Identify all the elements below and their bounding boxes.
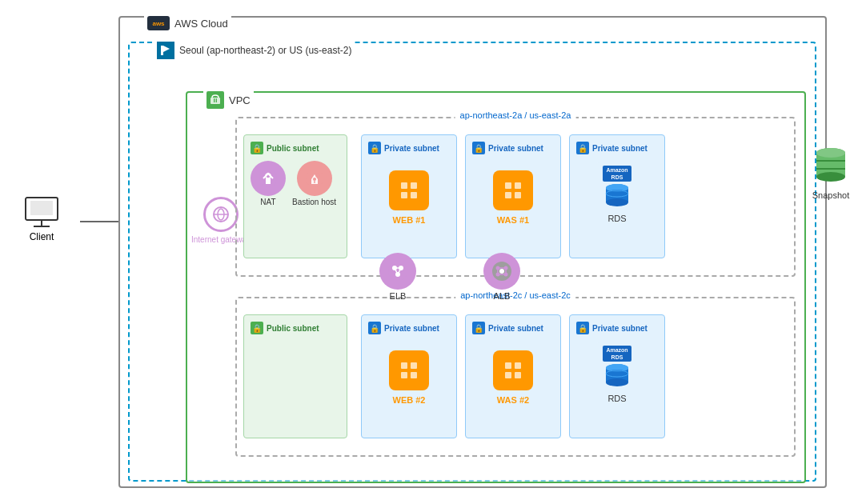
svg-rect-45: [502, 179, 524, 202]
top-private3-lock-icon: 🔒: [576, 142, 589, 154]
svg-rect-33: [266, 178, 271, 184]
rds-bottom-box: AmazonRDS: [596, 342, 637, 390]
bottom-private1-lock-icon: 🔒: [368, 322, 381, 334]
top-private-subnet-1-header: 🔒 Private subnet: [368, 142, 450, 154]
svg-rect-47: [515, 182, 521, 189]
bottom-public-subnet-header: 🔒 Public subnet: [251, 322, 340, 334]
svg-rect-80: [515, 362, 521, 369]
web1-component: WEB #1: [368, 170, 450, 225]
was2-label: WAS #2: [497, 395, 529, 405]
aws-cloud-text: AWS Cloud: [174, 18, 228, 30]
svg-rect-46: [505, 182, 511, 189]
aws-logo: aws: [147, 16, 170, 30]
rds-bottom-icon: [603, 363, 631, 387]
svg-rect-76: [401, 372, 407, 378]
top-private2-title: Private subnet: [488, 144, 543, 153]
svg-rect-1: [30, 201, 53, 215]
client-component: Client: [24, 196, 59, 242]
web2-icon: [389, 350, 429, 390]
svg-rect-25: [161, 46, 163, 55]
svg-rect-41: [401, 182, 407, 189]
bastion-label: Bastion host: [292, 198, 336, 206]
top-private1-lock-icon: 🔒: [368, 142, 381, 154]
client-icon: [24, 196, 59, 228]
aws-cloud-box: aws AWS Cloud Seoul (ap-northeast-2) or …: [118, 16, 827, 488]
bottom-private-subnet-2: 🔒 Private subnet: [465, 314, 561, 438]
client-label: Client: [30, 231, 54, 242]
alb-icon: [483, 253, 520, 290]
svg-rect-81: [505, 372, 511, 378]
svg-point-85: [606, 378, 628, 386]
was1-label: WAS #1: [497, 215, 529, 225]
top-public-subnet-title: Public subnet: [267, 144, 319, 153]
svg-point-91: [816, 172, 845, 182]
top-private3-title: Private subnet: [592, 144, 648, 153]
elb-label: ELB: [390, 291, 407, 301]
bottom-private-subnet-3: 🔒 Private subnet AmazonRDS: [569, 314, 665, 438]
bottom-private2-lock-icon: 🔒: [472, 322, 485, 334]
az-bottom-box: ap-northeast-2c / us-east-2c 🔒 Public su…: [235, 297, 796, 457]
svg-point-56: [388, 262, 407, 281]
rds-top-label: RDS: [607, 214, 626, 223]
svg-rect-43: [401, 192, 407, 198]
was1-icon: [493, 170, 533, 210]
top-private2-lock-icon: 🔒: [472, 142, 485, 154]
svg-rect-44: [411, 192, 417, 198]
snapshot-icon: [812, 144, 850, 186]
top-private-subnet-1: 🔒 Private subnet: [361, 134, 457, 258]
svg-point-92: [816, 148, 845, 158]
bastion-component: Bastion host: [292, 161, 336, 206]
az-top-label: ap-northeast-2a / us-east-2a: [455, 110, 576, 120]
nat-component: NAT: [251, 161, 286, 206]
elb-icon: [379, 253, 416, 290]
svg-marker-26: [163, 46, 170, 52]
rds-badge-bottom: AmazonRDS: [603, 346, 631, 362]
top-public-subnet-header: 🔒 Public subnet: [251, 142, 340, 154]
web1-icon: [389, 170, 429, 210]
web2-component: WEB #2: [368, 350, 450, 405]
bottom-private2-title: Private subnet: [488, 324, 543, 333]
top-private-subnet-2-header: 🔒 Private subnet: [472, 142, 554, 154]
vpc-icon: [206, 91, 224, 109]
nat-icon: [251, 161, 286, 196]
bottom-private3-lock-icon: 🔒: [576, 322, 589, 334]
svg-point-36: [313, 178, 316, 181]
was1-component: WAS #1: [472, 170, 554, 225]
web2-label: WEB #2: [393, 395, 426, 405]
rds-badge-top: AmazonRDS: [603, 166, 631, 182]
svg-rect-75: [411, 362, 417, 369]
top-private-subnet-3-header: 🔒 Private subnet: [576, 142, 658, 154]
svg-rect-77: [411, 372, 417, 378]
bastion-icon: [297, 161, 332, 196]
bottom-private-subnet-2-header: 🔒 Private subnet: [472, 322, 554, 334]
top-private-subnet-3: 🔒 Private subnet AmazonRDS: [569, 134, 665, 258]
svg-rect-73: [398, 359, 420, 382]
svg-rect-79: [505, 362, 511, 369]
region-box: Seoul (ap-northeast-2) or US (us-east-2)…: [128, 42, 816, 482]
bottom-public-lock-icon: 🔒: [251, 322, 263, 334]
top-private-subnet-2: 🔒 Private subnet: [465, 134, 561, 258]
bottom-private3-title: Private subnet: [592, 324, 648, 333]
igw-icon: [203, 197, 239, 232]
top-private1-title: Private subnet: [384, 144, 439, 153]
diagram-container: Client: [0, 0, 862, 504]
vpc-box: VPC Internet gateway ap-northea: [186, 91, 806, 483]
bottom-public-subnet: 🔒 Public subnet: [243, 314, 347, 438]
vpc-text: VPC: [229, 94, 251, 106]
svg-rect-42: [411, 182, 417, 189]
rds-top-box: AmazonRDS: [596, 162, 637, 210]
was2-icon: [493, 350, 533, 390]
snapshot-component: Snapshot: [812, 144, 850, 200]
bottom-public-title: Public subnet: [267, 324, 319, 333]
svg-rect-78: [502, 359, 524, 382]
web1-label: WEB #1: [393, 215, 426, 225]
svg-rect-74: [401, 362, 407, 369]
region-text: Seoul (ap-northeast-2) or US (us-east-2): [179, 45, 351, 56]
rds-bottom-component: AmazonRDS RDS: [576, 342, 658, 403]
svg-rect-82: [515, 372, 521, 378]
svg-point-72: [499, 269, 504, 274]
top-public-lock-icon: 🔒: [251, 142, 263, 154]
rds-top-icon: [603, 183, 631, 207]
bottom-private-subnet-1-header: 🔒 Private subnet: [368, 322, 450, 334]
top-public-subnet: 🔒 Public subnet: [243, 134, 347, 258]
